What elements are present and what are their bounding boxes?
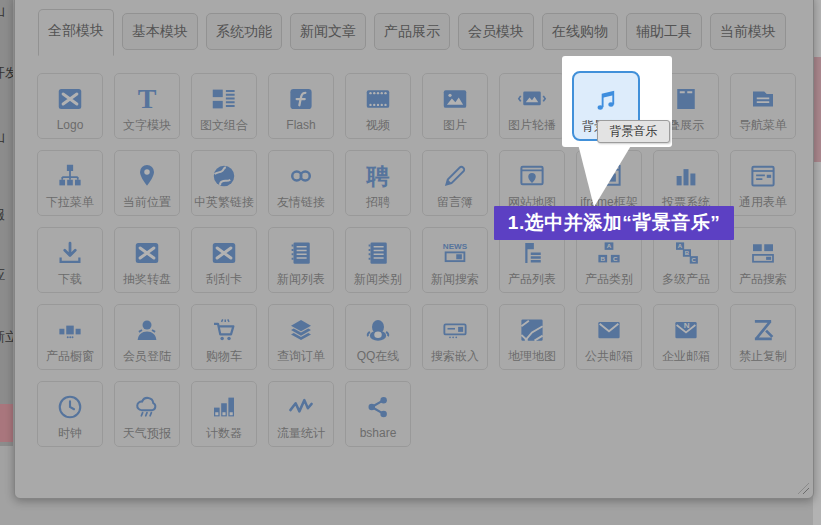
music-note-icon [591, 84, 621, 116]
module-tooltip: 背景音乐 [597, 120, 670, 143]
tour-step-text: 1.选中并添加“背景音乐” [508, 210, 720, 236]
tour-step-banner: 1.选中并添加“背景音乐” [494, 206, 734, 240]
callout-pointer [576, 143, 634, 209]
screen: 山开发山服应新立 全部模块基本模块系统功能新闻文章产品展示会员模块在线购物辅助工… [0, 0, 821, 525]
dim-overlay [0, 0, 821, 525]
tooltip-text: 背景音乐 [610, 123, 658, 140]
